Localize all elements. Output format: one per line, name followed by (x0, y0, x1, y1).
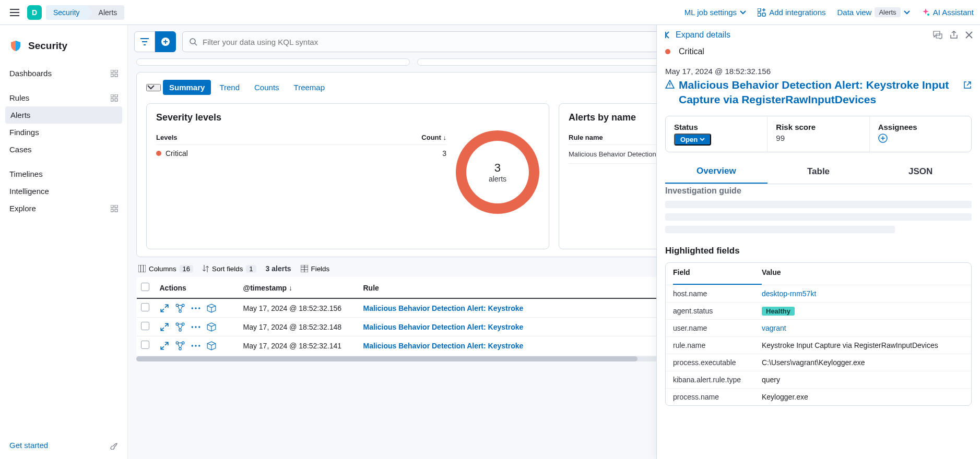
flyout-tab-overview[interactable]: Overview (665, 160, 768, 184)
collapse-panel-button[interactable] (146, 84, 161, 91)
nav-toggle-button[interactable] (6, 4, 23, 21)
row-actions (160, 304, 235, 313)
tab-treemap[interactable]: Treemap (288, 80, 331, 95)
expand-details-label: Expand details (676, 30, 730, 40)
svg-point-37 (198, 345, 200, 346)
filter-options-button[interactable] (134, 31, 155, 52)
add-integrations-button[interactable]: Add integrations (758, 8, 825, 17)
add-integrations-label: Add integrations (769, 8, 825, 17)
data-view-badge: Alerts (875, 7, 900, 17)
expand-icon[interactable] (160, 322, 169, 332)
expand-icon[interactable] (160, 341, 169, 351)
sidebar-item-intelligence[interactable]: Intelligence (5, 183, 122, 200)
timestamp-cell: May 17, 2024 @ 18:52:32.156 (239, 298, 359, 318)
sidebar-item-findings[interactable]: Findings (5, 124, 122, 141)
sidebar-item-rules[interactable]: Rules (5, 89, 122, 106)
hl-value-link[interactable]: desktop-rnm57kt (762, 289, 816, 298)
svg-point-22 (179, 310, 181, 312)
svg-point-31 (198, 326, 200, 328)
more-actions-icon[interactable] (191, 341, 200, 351)
hl-field: process.name (673, 393, 762, 401)
app-title-row: Security (0, 33, 127, 65)
share-button[interactable] (950, 31, 958, 39)
svg-point-25 (198, 307, 200, 309)
loading-skeleton (665, 226, 895, 233)
select-all-checkbox[interactable] (141, 283, 149, 291)
chevron-down-icon (700, 138, 705, 141)
sidebar-item-timelines[interactable]: Timelines (5, 165, 122, 183)
count-column-header[interactable]: Count ↓ (421, 134, 446, 141)
external-link-icon[interactable] (963, 81, 972, 89)
hl-field: rule.name (673, 341, 762, 349)
sidebar-item-label: Dashboards (9, 69, 52, 78)
severity-count-value: 3 (442, 149, 446, 158)
filter-icon (140, 38, 149, 45)
top-header: D Security Alerts ML job settings Add in… (0, 0, 980, 25)
hl-row: host.namedesktop-rnm57kt (666, 285, 971, 302)
tab-summary[interactable]: Summary (163, 80, 211, 95)
cube-icon[interactable] (207, 341, 216, 351)
expand-icon[interactable] (160, 304, 169, 313)
tab-trend[interactable]: Trend (213, 80, 246, 95)
more-actions-icon[interactable] (191, 322, 200, 332)
columns-button[interactable]: Columns 16 (138, 265, 193, 273)
sidebar-item-cases[interactable]: Cases (5, 141, 122, 158)
ml-job-settings-button[interactable]: ML job settings (684, 8, 746, 17)
row-checkbox[interactable] (141, 303, 149, 311)
plus-grid-icon (758, 8, 766, 17)
timestamp-header[interactable]: @timestamp ↓ (239, 277, 359, 299)
hl-value-header[interactable]: Value (762, 268, 964, 280)
plus-circle-icon (878, 134, 888, 143)
hl-field-header[interactable]: Field (673, 268, 762, 285)
breadcrumb: Security Alerts (46, 5, 124, 20)
status-badge-button[interactable]: Open (674, 134, 711, 146)
ai-assistant-button[interactable]: AI Assistant (922, 8, 974, 17)
sidebar-item-dashboards[interactable]: Dashboards (5, 65, 122, 82)
sidebar-get-started[interactable]: Get started (0, 436, 127, 455)
get-started-label: Get started (9, 441, 48, 450)
flyout-tab-json[interactable]: JSON (869, 160, 972, 184)
highlighted-fields-table: Field Value host.namedesktop-rnm57ktagen… (665, 262, 972, 406)
close-flyout-button[interactable] (965, 31, 973, 39)
add-filter-button[interactable] (155, 31, 176, 52)
sidebar-item-explore[interactable]: Explore (5, 200, 122, 217)
row-checkbox[interactable] (141, 322, 149, 330)
row-checkbox[interactable] (141, 341, 149, 349)
sidebar: Security Dashboards Rules Alerts Finding… (0, 25, 128, 459)
chat-button[interactable] (933, 31, 942, 39)
alert-title-link[interactable]: Malicious Behavior Detection Alert: Keys… (679, 78, 959, 107)
sidebar-item-label: Intelligence (9, 187, 49, 196)
sort-fields-button[interactable]: Sort fields 1 (203, 265, 256, 273)
timestamp-cell: May 17, 2024 @ 18:52:32.148 (239, 318, 359, 336)
hl-row: user.namevagrant (666, 319, 971, 336)
more-actions-icon[interactable] (191, 304, 200, 313)
tab-counts[interactable]: Counts (248, 80, 286, 95)
svg-point-35 (191, 345, 193, 346)
cube-icon[interactable] (207, 304, 216, 313)
sidebar-item-label: Explore (9, 204, 36, 213)
grid-icon (111, 70, 118, 77)
loading-skeleton (665, 213, 972, 221)
flyout-tab-table[interactable]: Table (768, 160, 870, 184)
analyzer-icon[interactable] (175, 304, 185, 313)
breadcrumb-security[interactable]: Security (46, 5, 87, 20)
svg-rect-7 (115, 74, 117, 77)
status-label: Status (674, 123, 759, 131)
hl-row: process.nameKeylogger.exe (666, 388, 971, 405)
svg-point-3 (927, 14, 929, 16)
health-badge: Healthy (762, 307, 795, 316)
analyzer-icon[interactable] (175, 322, 185, 332)
cube-icon[interactable] (207, 322, 216, 332)
hl-value-link[interactable]: vagrant (762, 324, 786, 332)
space-avatar[interactable]: D (27, 5, 42, 20)
sidebar-item-alerts[interactable]: Alerts (5, 106, 122, 124)
fields-button[interactable]: Fields (301, 265, 330, 273)
levels-column-header[interactable]: Levels (156, 134, 177, 141)
svg-point-24 (195, 307, 196, 309)
analyzer-icon[interactable] (175, 341, 185, 351)
data-view-button[interactable]: Data view Alerts (837, 7, 910, 17)
add-assignee-button[interactable] (878, 134, 888, 143)
columns-icon (138, 265, 146, 272)
svg-rect-12 (111, 205, 113, 208)
expand-details-button[interactable]: Expand details (664, 30, 730, 40)
